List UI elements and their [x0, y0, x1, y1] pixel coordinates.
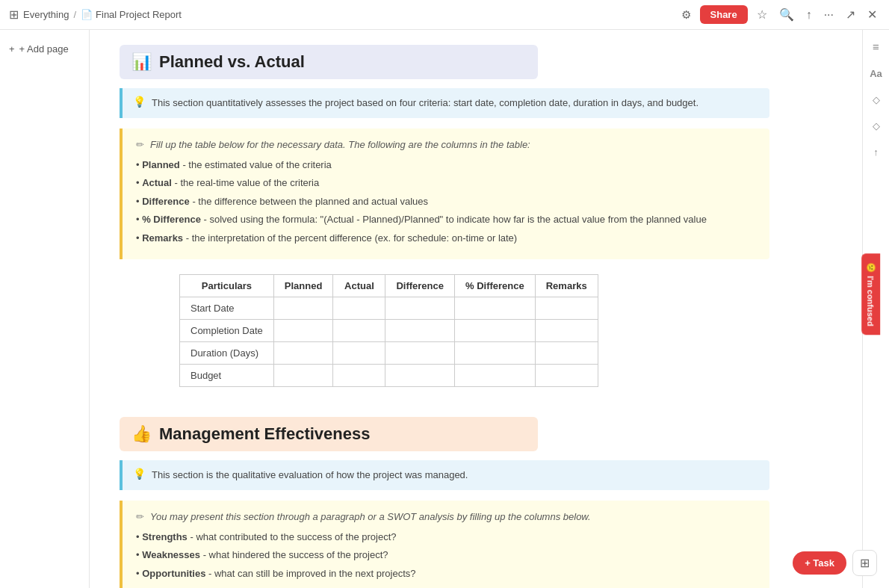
- col-particulars: Particulars: [180, 275, 274, 297]
- bullet-threats: Threats - what can potentially hinder th…: [136, 584, 756, 588]
- row-completion-date-difference[interactable]: [385, 320, 455, 342]
- row-duration-actual[interactable]: [333, 342, 385, 365]
- section1-note-box: ✏ Fill up the table below for the necess…: [120, 129, 769, 260]
- row-start-date-pct[interactable]: [454, 297, 535, 320]
- row-completion-date-actual[interactable]: [333, 320, 385, 342]
- section1-icon: 📊: [131, 52, 152, 72]
- section1-info-box: 💡 This section quantitatively assesses t…: [120, 88, 769, 118]
- breadcrumb: Everything / 📄 Final Project Report: [23, 9, 182, 20]
- row-budget-pct[interactable]: [454, 365, 535, 387]
- search-icon-btn[interactable]: 🔍: [776, 6, 797, 23]
- font-icon-btn[interactable]: Aa: [867, 66, 885, 81]
- star-icon-btn[interactable]: ☆: [754, 6, 770, 23]
- layout: + + Add page 📊 Planned vs. Actual 💡 This…: [0, 30, 889, 588]
- confused-label: I'm confused: [866, 276, 875, 326]
- note-header-2: ✏ You may present this section through a…: [136, 511, 756, 522]
- col-difference: Difference: [385, 275, 455, 297]
- section2-info-box: 💡 This section is the qualitative evalua…: [120, 460, 769, 490]
- row-duration-difference[interactable]: [385, 342, 455, 365]
- row-duration-pct[interactable]: [454, 342, 535, 365]
- upload-icon-btn[interactable]: ↑: [803, 7, 815, 23]
- diamond-icon-btn-1[interactable]: ◇: [870, 93, 883, 107]
- breadcrumb-doc[interactable]: 📄 Final Project Report: [81, 9, 182, 20]
- bullet-strengths-desc: - what contributed to the success of the…: [190, 531, 396, 542]
- add-page-label: + Add page: [19, 43, 69, 55]
- share-button[interactable]: Share: [700, 5, 748, 24]
- bulb-icon: 💡: [133, 96, 146, 108]
- bullet-weaknesses-term: Weaknesses: [142, 549, 200, 560]
- row-budget-difference[interactable]: [385, 365, 455, 387]
- bullet-remarks-desc: - the interpretation of the percent diff…: [186, 232, 517, 244]
- row-completion-date-particulars: Completion Date: [180, 320, 274, 342]
- row-duration-particulars: Duration (Days): [180, 342, 274, 365]
- breadcrumb-everything[interactable]: Everything: [23, 9, 69, 20]
- row-completion-date-remarks[interactable]: [535, 320, 598, 342]
- topbar-actions: ⚙ Share ☆ 🔍 ↑ ··· ↗ ✕: [678, 5, 880, 24]
- row-completion-date-planned[interactable]: [273, 320, 333, 342]
- bullet-actual: Actual - the real-time value of the crit…: [136, 176, 756, 191]
- row-completion-date-pct[interactable]: [454, 320, 535, 342]
- col-actual: Actual: [333, 275, 385, 297]
- section2-info-text: This section is the qualitative evaluati…: [152, 468, 468, 483]
- table-row: Completion Date: [180, 320, 598, 342]
- section1-note-instruction: Fill up the table below for the necessar…: [150, 139, 530, 150]
- bullet-planned-desc: - the estimated value of the criteria: [182, 159, 331, 170]
- col-pct-difference: % Difference: [454, 275, 535, 297]
- settings-icon-btn[interactable]: ⚙: [678, 7, 694, 23]
- row-duration-remarks[interactable]: [535, 342, 598, 365]
- breadcrumb-separator: /: [73, 9, 76, 20]
- pencil-icon-2: ✏: [136, 511, 144, 522]
- breadcrumb-everything-label: Everything: [23, 9, 69, 20]
- diamond-icon-btn-2[interactable]: ◇: [870, 119, 883, 133]
- confused-icon: 😕: [866, 262, 876, 273]
- row-start-date-remarks[interactable]: [535, 297, 598, 320]
- add-page-icon: +: [9, 43, 15, 55]
- close-icon-btn[interactable]: ✕: [864, 6, 880, 23]
- bullet-difference-term: Difference: [142, 196, 190, 207]
- section1-bullet-list: Planned - the estimated value of the cri…: [136, 158, 756, 246]
- topbar: ⊞ Everything / 📄 Final Project Report ⚙ …: [0, 0, 889, 30]
- section2-bullet-list: Strengths - what contributed to the succ…: [136, 530, 756, 589]
- bottom-bar: + Task ⊞: [793, 550, 877, 576]
- app-grid-icon[interactable]: ⊞: [9, 7, 19, 22]
- upload-right-icon-btn[interactable]: ↑: [870, 145, 882, 159]
- row-start-date-actual[interactable]: [333, 297, 385, 320]
- section1-table-container: Particulars Planned Actual Difference % …: [179, 274, 832, 387]
- bullet-actual-term: Actual: [142, 177, 172, 188]
- bullet-weaknesses: Weaknesses - what hindered the success o…: [136, 548, 756, 563]
- col-remarks: Remarks: [535, 275, 598, 297]
- format-list-icon-btn[interactable]: ≡: [870, 39, 882, 55]
- section2-icon: 👍: [131, 424, 152, 444]
- row-budget-planned[interactable]: [273, 365, 333, 387]
- bullet-actual-desc: - the real-time value of the criteria: [175, 177, 320, 188]
- section1-title: Planned vs. Actual: [159, 52, 305, 72]
- row-start-date-particulars: Start Date: [180, 297, 274, 320]
- row-budget-actual[interactable]: [333, 365, 385, 387]
- bullet-pct-desc: - solved using the formula: "(Actual - P…: [204, 214, 707, 225]
- table-header-row: Particulars Planned Actual Difference % …: [180, 275, 598, 297]
- section1-info-text: This section quantitatively assesses the…: [152, 96, 698, 111]
- row-start-date-difference[interactable]: [385, 297, 455, 320]
- topbar-left: ⊞ Everything / 📄 Final Project Report: [9, 7, 678, 22]
- task-button[interactable]: + Task: [793, 551, 846, 575]
- note-header: ✏ Fill up the table below for the necess…: [136, 139, 756, 150]
- grid-view-button[interactable]: ⊞: [852, 550, 877, 576]
- doc-icon: 📄: [81, 9, 93, 20]
- bullet-pct-term: % Difference: [142, 214, 201, 225]
- row-start-date-planned[interactable]: [273, 297, 333, 320]
- bulb-icon-2: 💡: [133, 468, 146, 480]
- bullet-strengths: Strengths - what contributed to the succ…: [136, 530, 756, 545]
- section2-title: Management Effectiveness: [159, 424, 370, 444]
- bullet-opportunities-desc: - what can still be improved in the next…: [208, 568, 415, 579]
- confused-tab[interactable]: 😕 I'm confused: [861, 253, 880, 335]
- expand-icon-btn[interactable]: ↗: [843, 6, 858, 23]
- row-budget-remarks[interactable]: [535, 365, 598, 387]
- more-icon-btn[interactable]: ···: [821, 7, 837, 23]
- bullet-planned: Planned - the estimated value of the cri…: [136, 158, 756, 173]
- left-sidebar: + + Add page: [0, 30, 90, 588]
- bullet-remarks: Remarks - the interpretation of the perc…: [136, 231, 756, 246]
- add-page-button[interactable]: + + Add page: [0, 39, 89, 59]
- pencil-icon: ✏: [136, 139, 144, 150]
- row-duration-planned[interactable]: [273, 342, 333, 365]
- bullet-strengths-term: Strengths: [142, 531, 188, 542]
